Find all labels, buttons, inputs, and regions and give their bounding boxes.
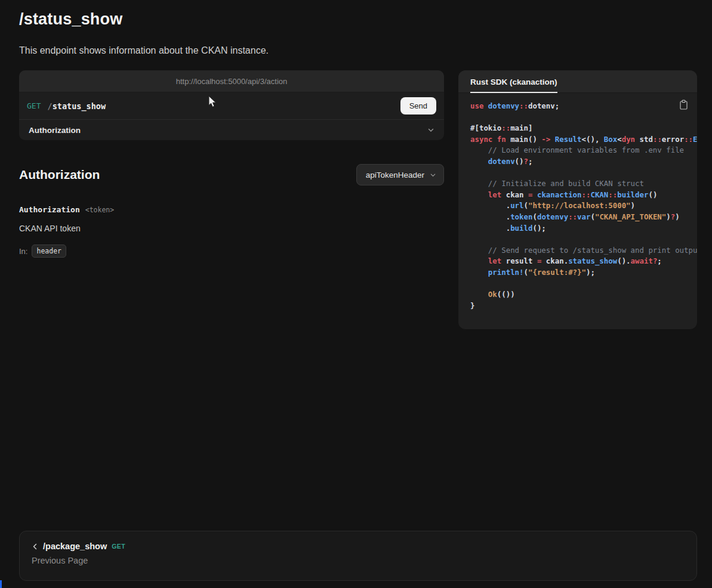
chevron-left-icon: [32, 543, 38, 550]
previous-page-path: /package_show: [43, 541, 107, 551]
code-tab-strip: Rust SDK (ckanaction): [458, 70, 697, 93]
code-panel: Rust SDK (ckanaction) use dotenvy::doten…: [458, 70, 697, 329]
request-path: /status_show: [47, 101, 106, 111]
page-title: /status_show: [19, 10, 122, 29]
authorization-heading: Authorization: [19, 168, 100, 182]
param-type: <token>: [85, 206, 114, 214]
previous-page-method: GET: [112, 543, 125, 550]
code-body: use dotenvy::dotenv; #[tokio::main]async…: [458, 93, 697, 329]
page-description: This endpoint shows information about th…: [19, 45, 269, 56]
chevron-down-icon: [427, 126, 434, 134]
previous-page-card[interactable]: /package_show GET Previous Page: [19, 531, 697, 581]
request-row: GET /status_show Send: [19, 92, 444, 119]
tab-rust-sdk[interactable]: Rust SDK (ckanaction): [470, 70, 557, 93]
param-description: CKAN API token: [19, 224, 444, 233]
copy-icon[interactable]: [678, 98, 689, 113]
param-location-row: In: header: [19, 245, 444, 258]
scroll-indicator: [0, 580, 2, 588]
auth-scheme-select[interactable]: apiTokenHeader: [356, 164, 444, 185]
code-sample: use dotenvy::dotenv; #[tokio::main]async…: [470, 101, 697, 311]
previous-page-label: Previous Page: [32, 556, 685, 565]
in-value-badge: header: [32, 245, 66, 258]
left-column: http://localhost:5000/api/3/action GET /…: [19, 70, 444, 329]
path-slash: /: [47, 101, 52, 111]
base-url: http://localhost:5000/api/3/action: [19, 70, 444, 92]
auth-scheme-value: apiTokenHeader: [366, 171, 424, 180]
auth-collapse-row[interactable]: Authorization: [19, 119, 444, 140]
request-card: http://localhost:5000/api/3/action GET /…: [19, 70, 444, 140]
main-content: http://localhost:5000/api/3/action GET /…: [19, 70, 697, 329]
chevron-down-icon: [430, 172, 436, 178]
http-method-badge: GET: [27, 101, 41, 110]
previous-page-link: /package_show GET: [32, 541, 685, 551]
auth-param-row: Authorization <token>: [19, 205, 444, 214]
authorization-header: Authorization apiTokenHeader: [19, 164, 444, 185]
in-label: In:: [19, 247, 27, 256]
auth-collapse-label: Authorization: [29, 126, 81, 135]
send-button[interactable]: Send: [400, 97, 436, 114]
path-name: status_show: [53, 101, 106, 111]
param-name: Authorization: [19, 205, 80, 214]
api-reference-page: /status_show This endpoint shows informa…: [0, 0, 712, 588]
